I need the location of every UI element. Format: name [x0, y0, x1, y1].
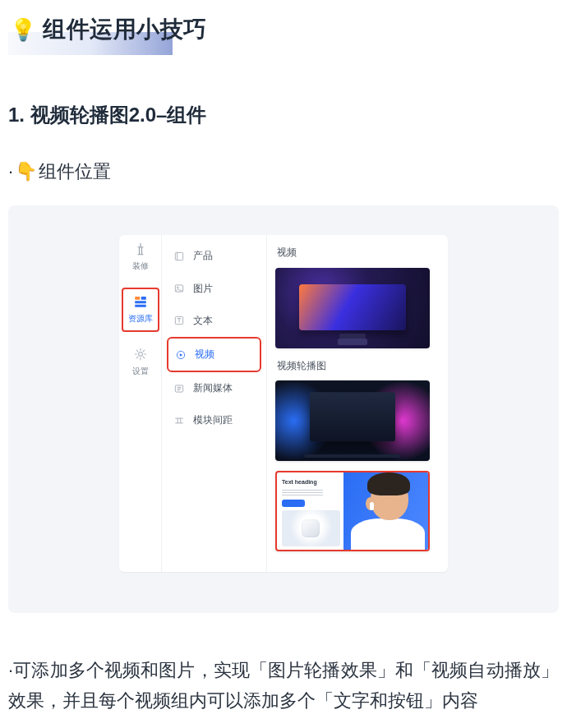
product-icon	[173, 251, 185, 262]
feature-bullet: ·可添加多个视频和图片，实现「图片轮播效果」和「视频自动播放」效果，并且每个视频…	[8, 656, 559, 716]
component-menu: 产品 图片 文本 视频 新闻媒体	[162, 235, 267, 572]
menu-label-video: 视频	[195, 347, 214, 362]
rail-label-settings: 设置	[132, 365, 149, 378]
library-icon	[133, 294, 148, 309]
rail-item-library[interactable]: 资源库	[122, 288, 159, 332]
svg-point-7	[177, 287, 178, 288]
rail-item-settings[interactable]: 设置	[132, 347, 149, 378]
menu-item-image[interactable]: 图片	[167, 273, 261, 305]
editor-panel: 装修 资源库 设置	[119, 235, 448, 572]
section-heading: 1. 视频轮播图2.0–组件	[8, 99, 559, 131]
component-location-line: · 👇 组件位置	[8, 157, 559, 186]
svg-rect-1	[141, 297, 145, 300]
menu-label-image: 图片	[193, 281, 213, 297]
svg-point-4	[138, 352, 142, 357]
menu-item-video[interactable]: 视频	[167, 337, 261, 372]
editor-screenshot: 装修 资源库 设置	[8, 205, 559, 613]
page-title: 组件运用小技巧	[43, 12, 207, 48]
svg-rect-5	[175, 252, 182, 260]
svg-rect-2	[135, 302, 146, 304]
monitor-graphic	[299, 283, 406, 329]
image-icon	[173, 283, 185, 294]
spacing-icon	[173, 415, 185, 426]
svg-rect-0	[135, 297, 140, 300]
point-down-icon: 👇	[15, 157, 37, 186]
earbud-icon	[370, 502, 374, 510]
split-cta-button	[282, 500, 305, 507]
text-icon	[173, 315, 185, 326]
news-icon	[173, 383, 185, 394]
menu-item-spacing[interactable]: 模块间距	[167, 404, 261, 436]
split-right	[343, 472, 428, 550]
svg-rect-3	[135, 305, 146, 307]
lightbulb-icon: 💡	[10, 13, 36, 48]
tv-graphic	[310, 392, 395, 441]
preview-thumb-carousel-dark[interactable]	[275, 380, 430, 461]
left-rail: 装修 资源库 设置	[119, 235, 162, 572]
preview-thumb-carousel-split[interactable]: Text heading	[275, 471, 430, 551]
keyboard-graphic	[338, 339, 367, 345]
split-product-mini	[282, 510, 340, 546]
menu-item-text[interactable]: 文本	[167, 305, 261, 337]
menu-label-text: 文本	[193, 313, 213, 329]
split-card-title: Text heading	[282, 477, 340, 486]
split-left: Text heading	[277, 472, 343, 550]
feature-bullet-text: 可添加多个视频和图片，实现「图片轮播效果」和「视频自动播放」效果，并且每个视频组…	[8, 660, 559, 710]
preview-heading-video: 视频	[277, 245, 440, 260]
rail-label-library: 资源库	[128, 312, 153, 325]
menu-item-product[interactable]: 产品	[167, 240, 261, 272]
menu-label-news: 新闻媒体	[193, 380, 233, 396]
split-card-lines	[282, 490, 323, 496]
gear-icon	[133, 347, 148, 362]
menu-label-spacing: 模块间距	[193, 412, 233, 428]
menu-item-news[interactable]: 新闻媒体	[167, 372, 261, 404]
video-icon	[175, 349, 187, 361]
preview-thumb-video[interactable]	[275, 268, 430, 348]
decorate-icon	[133, 242, 148, 256]
menu-label-product: 产品	[193, 248, 213, 264]
preview-column: 视频 视频轮播图 Text heading	[267, 235, 448, 572]
bullet-dot: ·	[8, 157, 13, 186]
person-graphic	[343, 472, 428, 550]
rail-item-decorate[interactable]: 装修	[132, 242, 149, 273]
tv-stand-graphic	[304, 454, 401, 458]
component-location-label: 组件位置	[39, 157, 111, 186]
rail-label-decorate: 装修	[132, 260, 149, 273]
preview-heading-carousel: 视频轮播图	[277, 358, 440, 374]
page-title-block: 💡 组件运用小技巧	[8, 8, 215, 52]
